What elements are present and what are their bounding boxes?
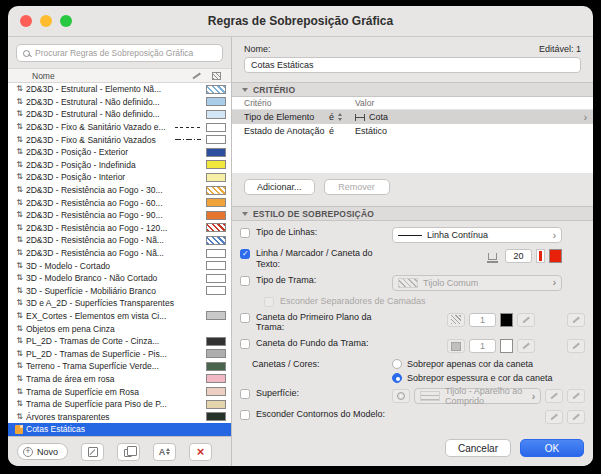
- rule-list-item[interactable]: ⇅2D&3D - Resistência ao Fogo - 120...: [8, 222, 231, 235]
- line-type-dropdown[interactable]: Linha Contínua: [392, 227, 562, 243]
- criterion-operator-text: é: [329, 112, 334, 122]
- new-rule-button[interactable]: Novo: [17, 443, 68, 460]
- fill-background-pen-checkbox[interactable]: [240, 339, 250, 349]
- rule-list-item[interactable]: ⇅2D&3D - Posição - Interior: [8, 171, 231, 184]
- rule-list-item[interactable]: ⇅Objetos em pena Cinza: [8, 322, 231, 335]
- foreground-pen-picker-button[interactable]: [567, 313, 585, 327]
- rule-color-swatch: [206, 186, 226, 195]
- radio-unselected-icon: [392, 359, 402, 369]
- contour-option-button-1[interactable]: [545, 410, 563, 424]
- paint-cut-surfaces-button[interactable]: [545, 389, 563, 403]
- contour-option-button-2[interactable]: [567, 410, 585, 424]
- rule-list-item[interactable]: ⇅PL_2D - Tramas de Corte - Cinza...: [8, 335, 231, 348]
- surface-dropdown[interactable]: Tijolo - Aparelho ao Comprido: [414, 388, 541, 404]
- rule-list-item[interactable]: ⇅2D&3D - Fixo & Sanitário Vazado e...: [8, 121, 231, 134]
- paint-uncut-surfaces-button[interactable]: [567, 389, 585, 403]
- foreground-pen-color-swatch[interactable]: [500, 313, 513, 327]
- list-toolbar: Novo: [8, 436, 231, 466]
- rule-list-item[interactable]: ⇅3D - Superfície - Mobiliário Branco: [8, 285, 231, 298]
- pen-weight-field[interactable]: 20: [505, 249, 532, 263]
- criterion-value[interactable]: Estático: [355, 126, 587, 136]
- rule-list-item[interactable]: ⇅2D&3D - Estrutural - Não definido...: [8, 108, 231, 121]
- add-criterion-button[interactable]: Adicionar...: [244, 179, 315, 195]
- ok-button[interactable]: OK: [520, 439, 584, 457]
- close-button[interactable]: [20, 15, 32, 27]
- rule-list-item[interactable]: ⇅Trama de área em rosa: [8, 373, 231, 386]
- rule-list-item[interactable]: ⇅2D&3D - Resistência ao Fogo - Nã...: [8, 247, 231, 260]
- criterion-operator[interactable]: é: [329, 126, 355, 136]
- rule-list-item[interactable]: Cotas Estáticas: [8, 423, 231, 436]
- rule-list-item[interactable]: ⇅2D&3D - Resistência ao Fogo - Nã...: [8, 234, 231, 247]
- updown-arrows-icon: ⇅: [13, 373, 26, 385]
- cancel-button[interactable]: Cancelar: [445, 439, 511, 457]
- rule-name: 2D&3D - Fixo & Sanitário Vazados: [26, 135, 175, 145]
- zoom-button[interactable]: [60, 15, 72, 27]
- fill-type-checkbox[interactable]: [240, 276, 250, 286]
- chevron-right-icon: [532, 391, 535, 402]
- rule-name: 2D&3D - Estrutural - Não definido...: [26, 97, 206, 107]
- rule-list-item[interactable]: ⇅3D - Modelo Branco - Não Cortado: [8, 272, 231, 285]
- background-pen-picker-button[interactable]: [567, 339, 585, 353]
- fill-type-dropdown[interactable]: Tijolo Comum: [392, 275, 562, 291]
- search-box[interactable]: [16, 44, 223, 62]
- rule-list-item[interactable]: ⇅2D&3D - Posição - Exterior: [8, 146, 231, 159]
- rule-list-item[interactable]: ⇅2D&3D - Resistência ao Fogo - 90...: [8, 209, 231, 222]
- background-pen-style-button[interactable]: [517, 339, 535, 353]
- rule-list-item[interactable]: ⇅Trama de Superfície em Rosa: [8, 385, 231, 398]
- fill-foreground-pen-checkbox[interactable]: [240, 313, 250, 323]
- delete-rule-button[interactable]: [189, 443, 212, 461]
- search-input[interactable]: [35, 48, 216, 58]
- foreground-pen-style-button[interactable]: [517, 313, 535, 327]
- rule-list-item[interactable]: ⇅3D e A_2D - Superfícies Transparentes: [8, 297, 231, 310]
- duplicate-rule-button[interactable]: [117, 443, 140, 461]
- background-pen-color-swatch[interactable]: [500, 339, 513, 353]
- rule-list-item[interactable]: ⇅3D - Modelo - Cortado: [8, 259, 231, 272]
- rule-list-item[interactable]: ⇅2D&3D - Fixo & Sanitário Vazados: [8, 133, 231, 146]
- override-weight-and-color-option[interactable]: Sobrepor espessura e cor da caneta: [392, 373, 553, 383]
- list-column-header[interactable]: Nome: [8, 68, 231, 83]
- remove-criterion-button[interactable]: Remover: [324, 179, 390, 195]
- text-pen-checkbox[interactable]: [240, 249, 250, 259]
- rule-list-item[interactable]: ⇅Trama de Superfície para Piso de P...: [8, 398, 231, 411]
- override-weight-and-color-label: Sobrepor espessura e cor da caneta: [407, 373, 553, 383]
- line-type-checkbox[interactable]: [240, 228, 250, 238]
- sort-rules-button[interactable]: [153, 443, 176, 461]
- rule-list-item[interactable]: ⇅Árvores transparentes: [8, 410, 231, 423]
- criterion-operator[interactable]: é: [329, 112, 355, 122]
- updown-arrows-icon: ⇅: [13, 234, 26, 246]
- rule-list-item[interactable]: ⇅2D&3D - Estrutural - Não definido...: [8, 96, 231, 109]
- titlebar[interactable]: Regras de Sobreposição Gráfica: [8, 6, 593, 37]
- rule-list-item[interactable]: ⇅EX_Cortes - Elementos em vista Ci...: [8, 310, 231, 323]
- criterion-value[interactable]: Cota: [355, 112, 584, 122]
- hide-model-contours-checkbox[interactable]: [240, 410, 250, 420]
- minimize-button[interactable]: [40, 15, 52, 27]
- rule-list-item[interactable]: ⇅PL_2D - Tramas de Superfície - Pis...: [8, 347, 231, 360]
- rule-color-swatch: [206, 374, 226, 383]
- rule-list-item[interactable]: ⇅2D&3D - Resistência ao Fogo - 30...: [8, 184, 231, 197]
- surface-sphere-icon: [392, 389, 410, 403]
- rename-rule-button[interactable]: [81, 443, 104, 461]
- surface-checkbox[interactable]: [240, 389, 250, 399]
- fill-background-pen-row: Caneta do Fundo da Trama: 1: [240, 338, 585, 354]
- rule-color-swatch: [206, 198, 226, 207]
- rule-list-item[interactable]: ⇅Terreno - Trama Superfície Verde...: [8, 360, 231, 373]
- updown-arrows-icon: ⇅: [13, 96, 26, 108]
- criteria-section-header[interactable]: CRITÉRIO: [232, 82, 593, 97]
- background-pen-field[interactable]: 1: [469, 339, 496, 353]
- override-color-only-option[interactable]: Sobrepor apenas cor da caneta: [392, 359, 533, 369]
- chevron-right-icon: [553, 230, 556, 241]
- rule-list-item[interactable]: ⇅2D&3D - Resistência ao Fogo - 60...: [8, 196, 231, 209]
- foreground-pen-field[interactable]: 1: [469, 313, 496, 327]
- rule-color-swatch: [206, 349, 226, 358]
- pen-color-swatch[interactable]: [549, 249, 562, 263]
- rule-name-input[interactable]: [244, 57, 581, 73]
- plus-icon: [23, 447, 33, 457]
- criteria-row[interactable]: Estado de AnotaçãoéEstático: [232, 124, 593, 138]
- rule-list-item[interactable]: ⇅2D&3D - Posição - Indefinida: [8, 159, 231, 172]
- fill-type-value: Tijolo Comum: [423, 278, 478, 288]
- override-style-section-header[interactable]: ESTILO DE SOBREPOSIÇÃO: [232, 206, 593, 221]
- rule-list-item[interactable]: ⇅2D&3D - Estrutural - Elemento Nã...: [8, 83, 231, 96]
- criteria-row[interactable]: Tipo de ElementoéCota: [232, 110, 593, 124]
- hide-layer-separators-checkbox[interactable]: [264, 297, 274, 307]
- delete-x-icon: [197, 445, 205, 458]
